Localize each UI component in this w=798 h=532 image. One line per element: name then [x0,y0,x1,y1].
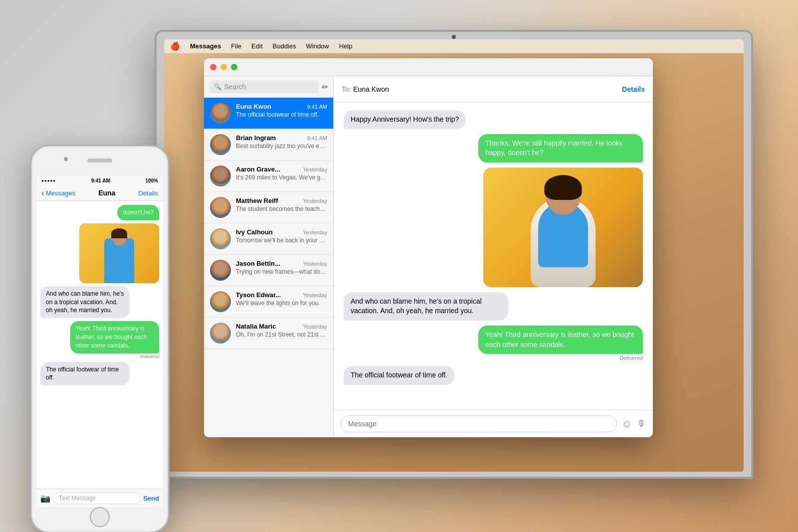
iphone-nav: Messages Euna Details [36,185,163,201]
chat-to-label: To: [342,85,351,93]
conv-name: Matthew Reiff [236,197,278,204]
conv-preview: Oh, I'm on 21st Street, not 21st Avenue. [236,331,327,338]
avatar [210,166,231,186]
menubar-messages[interactable]: Messages [190,42,221,50]
list-item: The official footwear of time off. [344,366,643,385]
sidebar: 🔍 Search ✏ Euna Kwon 9:41 AM [204,76,334,437]
list-item[interactable]: Jason Bettin... Yesterday Trying on new … [204,255,333,286]
iphone-text-input[interactable]: Text Message [53,492,140,504]
list-item: Happy Anniversary! How's the trip? [344,110,643,129]
messages-window: 🔍 Search ✏ Euna Kwon 9:41 AM [204,58,653,437]
iphone-details-button[interactable]: Details [138,189,158,197]
list-item: And who can blame him, he's on a tropica… [344,292,643,321]
mic-icon[interactable]: 🎙 [637,419,646,429]
back-button[interactable]: Messages [41,188,75,197]
conv-time: Yesterday [303,167,327,173]
list-item[interactable]: Euna Kwon 9:41 AM The official footwear … [204,98,333,129]
list-item[interactable]: Aaron Grave... Yesterday It's 269 miles … [204,161,333,192]
menubar-edit[interactable]: Edit [251,42,262,50]
conv-info: Natalia Maric Yesterday Oh, I'm on 21st … [236,323,327,338]
iphone-input-bar: 📷 Text Message Send [36,489,163,507]
text-message-placeholder: Text Message [59,495,96,502]
conv-preview: We'll leave the lights on for you. [236,300,327,307]
conv-time: 9:41 AM [307,135,327,141]
conv-time: Yesterday [303,292,327,298]
iphone-camera [64,157,68,161]
conv-info: Matthew Reiff Yesterday The student beco… [236,197,327,212]
maximize-button[interactable] [231,64,237,70]
delivered-label: Delivered [620,355,643,361]
chat-bubble-received: And who can blame him, he's on a tropica… [344,292,508,321]
conv-info: Euna Kwon 9:41 AM The official footwear … [236,103,327,118]
battery-status: 100% [145,178,158,183]
avatar [210,291,231,312]
list-item[interactable]: Tyson Edwar... Yesterday We'll leave the… [204,286,333,318]
iphone-contact-name: Euna [98,189,115,197]
search-box[interactable]: 🔍 Search [209,80,319,93]
iphone-screen: ●●●●● 9:41 AM 100% Messages Euna Details… [36,176,163,507]
sidebar-search-area: 🔍 Search ✏ [204,76,333,98]
menubar-window[interactable]: Window [306,42,329,50]
chat-bubble-received: Happy Anniversary! How's the trip? [344,110,466,129]
conv-info: Brian Ingram 9:41 AM Best surfabilly jaz… [236,134,327,150]
conv-preview: Best surfabilly jazz trio you've ever he… [236,143,327,150]
signal-icon: ●●●●● [41,178,56,183]
conv-time: Yesterday [303,324,327,330]
iphone-statusbar: ●●●●● 9:41 AM 100% [36,176,163,185]
compose-icon[interactable]: ✏ [322,82,328,92]
window-titlebar [204,58,653,76]
avatar [210,323,231,344]
iphone-home-button[interactable] [90,507,110,527]
conv-preview: The official footwear of time off. [236,111,327,118]
menubar-help[interactable]: Help [339,42,353,50]
send-button[interactable]: Send [143,495,159,502]
list-item: doesn't he? [117,205,159,220]
conv-name: Aaron Grave... [236,166,280,173]
list-item[interactable]: Brian Ingram 9:41 AM Best surfabilly jaz… [204,129,333,161]
camera-icon[interactable]: 📷 [40,494,50,503]
iphone-speaker [87,159,112,163]
status-time: 9:41 AM [91,178,110,183]
list-item: Thanks. We're still happily married. He … [344,134,643,163]
conv-time: Yesterday [303,198,327,204]
apple-menu-icon[interactable]: 🍎 [170,41,180,51]
conv-time: Yesterday [303,261,327,267]
conv-name: Ivy Calhoun [236,228,273,236]
delivered-label: Delivered [140,354,159,359]
macbook-device: 🍎 Messages File Edit Buddies Window Help [155,30,753,479]
avatar [210,197,231,218]
list-item[interactable]: Matthew Reiff Yesterday The student beco… [204,192,333,223]
conversation-list: Euna Kwon 9:41 AM The official footwear … [204,98,333,437]
search-icon: 🔍 [214,83,221,90]
conv-info: Aaron Grave... Yesterday It's 269 miles … [236,166,327,181]
chat-to-field: To: Euna Kwon [342,85,389,94]
avatar [210,228,231,249]
list-item: And who can blame him, he's on a tropica… [40,286,130,318]
avatar [210,134,231,155]
window-content: 🔍 Search ✏ Euna Kwon 9:41 AM [204,76,653,437]
emoji-icon[interactable]: ☺ [622,418,632,430]
list-item: Yeah! Third anniversary is leather, so w… [40,321,159,358]
menubar-file[interactable]: File [231,42,241,50]
conv-name: Euna Kwon [236,103,271,110]
iphone-device: ●●●●● 9:41 AM 100% Messages Euna Details… [30,145,170,532]
conv-time: 9:41 AM [307,104,327,110]
list-item: Yeah! Third anniversary is leather, so w… [344,326,643,361]
macbook-camera [452,35,456,39]
chat-area: To: Euna Kwon Details Happy Anniversary!… [334,76,653,437]
menubar-buddies[interactable]: Buddies [273,42,296,50]
minimize-button[interactable] [220,64,227,70]
avatar [210,260,231,281]
chat-input-bar: ☺ 🎙 [334,410,653,437]
conv-name: Natalia Maric [236,323,276,330]
list-item [79,223,159,283]
chat-header: To: Euna Kwon Details [334,76,653,102]
menubar: 🍎 Messages File Edit Buddies Window Help [164,39,744,53]
conv-preview: Trying on new frames—what do you think o… [236,268,327,275]
message-input[interactable] [341,415,617,432]
conv-time: Yesterday [303,229,327,235]
list-item[interactable]: Natalia Maric Yesterday Oh, I'm on 21st … [204,318,333,349]
list-item[interactable]: Ivy Calhoun Yesterday Tomorrow we'll be … [204,223,333,255]
chat-details-button[interactable]: Details [622,85,645,93]
close-button[interactable] [210,64,216,70]
